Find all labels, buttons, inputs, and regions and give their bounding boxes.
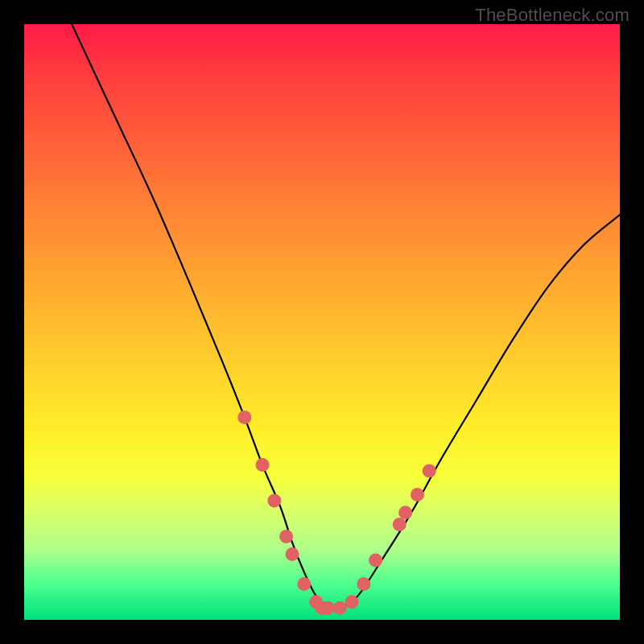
chart-plot-area	[24, 24, 620, 620]
curve-marker	[398, 506, 412, 519]
curve-marker	[423, 464, 436, 478]
curve-marker	[286, 547, 299, 561]
curve-marker	[279, 530, 293, 543]
curve-marker	[256, 458, 270, 472]
curve-marker	[411, 488, 424, 502]
curve-marker	[333, 601, 347, 615]
curve-marker	[345, 595, 359, 609]
curve-marker	[393, 518, 407, 531]
watermark-text: TheBottleneck.com	[475, 5, 630, 26]
curve-marker	[237, 411, 251, 424]
curve-marker	[357, 577, 370, 591]
chart-svg	[24, 24, 620, 620]
curve-marker	[309, 595, 323, 609]
curve-marker	[316, 601, 329, 615]
curve-marker	[321, 601, 335, 615]
bottleneck-curve	[72, 24, 620, 609]
curve-marker	[267, 494, 281, 508]
curve-marker	[297, 577, 311, 591]
curve-marker	[369, 554, 382, 568]
curve-markers-group	[237, 411, 436, 615]
